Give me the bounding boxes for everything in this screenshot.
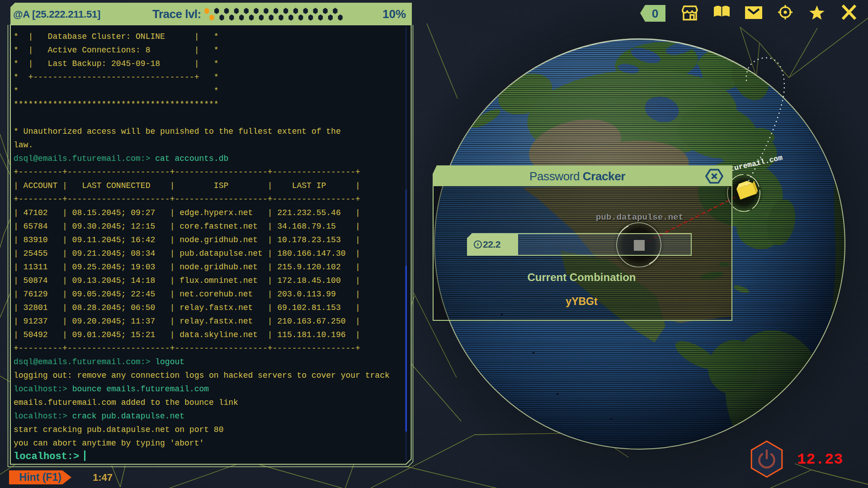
svg-text:0: 0 (652, 7, 658, 20)
